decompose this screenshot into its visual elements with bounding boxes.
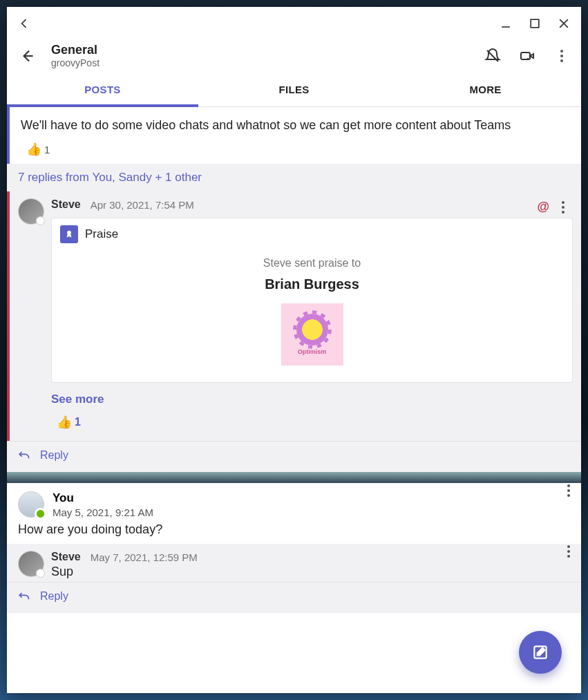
message-more-button[interactable]	[562, 545, 576, 558]
thread-separator	[7, 472, 581, 483]
praise-card-title: Praise	[85, 227, 118, 241]
close-icon[interactable]	[556, 16, 571, 31]
post-author: You	[53, 491, 153, 505]
avatar[interactable]	[18, 198, 44, 225]
avatar[interactable]	[18, 491, 44, 518]
praise-reaction-count: 1	[75, 416, 81, 428]
reply-author: Steve	[51, 551, 81, 563]
window-chrome-bar	[7, 7, 581, 40]
reply-button[interactable]: Reply	[7, 582, 581, 613]
message-more-button[interactable]	[556, 201, 570, 214]
reply-arrow-icon	[17, 448, 30, 462]
more-options-button[interactable]	[552, 46, 571, 66]
praise-reply: Steve Apr 30, 2021, 7:54 PM Praise Steve…	[7, 191, 581, 441]
maximize-icon[interactable]	[527, 16, 542, 31]
svg-point-3	[67, 231, 71, 235]
tab-files[interactable]: FILES	[198, 74, 390, 106]
root-reactions[interactable]: 👍 1	[21, 133, 570, 157]
root-post-text: We'll have to do some video chats and wh…	[21, 117, 570, 133]
praise-target-name: Brian Burgess	[60, 276, 564, 292]
channel-header: General groovyPost	[7, 40, 581, 74]
praise-reactions[interactable]: 👍 1	[18, 412, 573, 437]
reply-label: Reply	[40, 449, 68, 462]
reply-text: Sup	[51, 563, 570, 579]
mute-notifications-button[interactable]	[483, 46, 502, 66]
message-more-button[interactable]	[562, 484, 576, 497]
root-reaction-count: 1	[44, 144, 50, 155]
minimize-icon[interactable]	[498, 16, 513, 31]
posts-feed[interactable]: We'll have to do some video chats and wh…	[7, 107, 581, 693]
browser-back-icon[interactable]	[17, 16, 32, 31]
compose-icon	[531, 643, 549, 661]
video-call-button[interactable]	[518, 46, 537, 66]
optimism-sun-icon	[296, 314, 328, 346]
thumbs-up-icon: 👍	[57, 415, 72, 430]
presence-available-icon	[36, 509, 45, 518]
reply-label: Reply	[40, 590, 68, 603]
thread-post: You May 5, 2021, 9:21 AM How are you doi…	[7, 483, 581, 544]
svg-rect-1	[531, 19, 539, 28]
praise-stamp-label: Optimism	[298, 348, 327, 355]
svg-rect-2	[521, 53, 530, 59]
thumbs-up-icon: 👍	[26, 142, 41, 157]
reply-author: Steve	[51, 198, 81, 211]
mention-indicator-icon: @	[537, 200, 549, 214]
tab-posts[interactable]: POSTS	[7, 74, 198, 106]
replies-summary[interactable]: 7 replies from You, Sandy + 1 other	[7, 164, 581, 191]
reply-arrow-icon	[17, 589, 30, 603]
praise-stamp: Optimism	[281, 303, 343, 366]
presence-indicator	[36, 569, 45, 578]
post-text: How are you doing today?	[18, 518, 570, 537]
see-more-link[interactable]: See more	[18, 383, 573, 412]
reply-button[interactable]: Reply	[7, 441, 581, 472]
tab-more[interactable]: MORE	[390, 74, 581, 106]
reply-timestamp: Apr 30, 2021, 7:54 PM	[91, 199, 194, 211]
channel-tabs: POSTS FILES MORE	[7, 74, 581, 107]
thread-reply: Steve May 7, 2021, 12:59 PM Sup	[7, 544, 581, 582]
praise-badge-icon	[60, 225, 78, 243]
post-timestamp: May 5, 2021, 9:21 AM	[53, 507, 153, 518]
thread-root-post: We'll have to do some video chats and wh…	[7, 107, 581, 164]
team-subtitle: groovyPost	[51, 57, 99, 68]
avatar[interactable]	[18, 551, 44, 577]
reply-timestamp: May 7, 2021, 12:59 PM	[91, 551, 198, 563]
compose-post-button[interactable]	[519, 631, 562, 674]
praise-card: Praise Steve sent praise to Brian Burges…	[51, 218, 573, 383]
presence-indicator	[36, 216, 45, 225]
praise-subtext: Steve sent praise to	[60, 257, 564, 269]
channel-title: General	[51, 43, 99, 57]
back-button[interactable]	[17, 45, 39, 67]
app-window: General groovyPost POSTS FILES MORE We'l…	[7, 7, 581, 693]
